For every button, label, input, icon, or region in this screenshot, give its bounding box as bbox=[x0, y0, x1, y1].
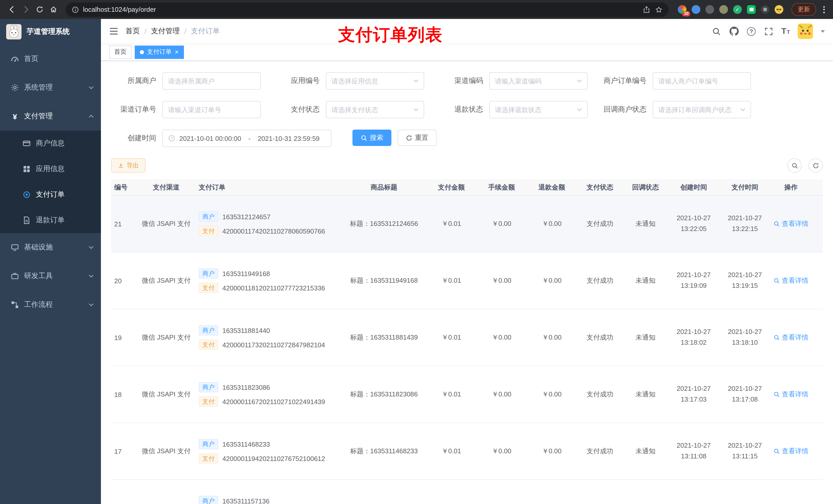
sidebar-item-home[interactable]: 首页 bbox=[0, 45, 101, 73]
reset-button[interactable]: 重置 bbox=[398, 129, 436, 146]
cell-fee: ￥0.00 bbox=[476, 333, 527, 342]
view-detail-link[interactable]: 查看详情 bbox=[774, 219, 808, 229]
tab-pay-order[interactable]: 支付订单 × bbox=[135, 45, 184, 58]
filter-label: 退款状态 bbox=[438, 105, 489, 114]
forward-button[interactable] bbox=[19, 3, 33, 16]
site-info-icon[interactable] bbox=[72, 6, 79, 13]
app-input[interactable] bbox=[331, 77, 410, 85]
view-detail-link[interactable]: 查看详情 bbox=[774, 447, 808, 456]
breadcrumb-home[interactable]: 首页 bbox=[125, 27, 140, 36]
refresh-button[interactable] bbox=[808, 158, 823, 173]
extension-icon[interactable] bbox=[706, 5, 714, 14]
sidebar-item-merchant-info[interactable]: 商户信息 bbox=[0, 130, 101, 156]
sidebar-item-app-info[interactable]: 应用信息 bbox=[0, 156, 101, 182]
extension-badge: 10 bbox=[682, 11, 690, 16]
chevron-up-icon bbox=[89, 115, 94, 118]
sidebar-item-pay-order[interactable]: 支付订单 bbox=[0, 182, 101, 208]
merchant-tag: 商户 bbox=[199, 268, 218, 279]
merchant-select[interactable] bbox=[162, 72, 261, 90]
filter-merchant: 所属商户 bbox=[111, 72, 261, 90]
pay-status-select[interactable] bbox=[326, 101, 424, 118]
sidebar-item-dev-tools[interactable]: 研发工具 bbox=[0, 262, 101, 290]
font-size-icon[interactable] bbox=[781, 27, 790, 36]
merchant-order-no-field[interactable] bbox=[653, 72, 751, 90]
github-icon[interactable] bbox=[729, 26, 739, 37]
channel-code-select[interactable] bbox=[489, 72, 588, 90]
date-range-picker[interactable]: 2021-10-01 00:00:00 - 2021-10-31 23:59:5… bbox=[162, 129, 331, 147]
app-select[interactable] bbox=[326, 72, 424, 90]
view-detail-link[interactable]: 查看详情 bbox=[774, 390, 808, 399]
pay-status-input[interactable] bbox=[331, 106, 410, 114]
breadcrumb: 首页 / 支付管理 / 支付订单 bbox=[125, 27, 220, 36]
merchant-order-no-input[interactable] bbox=[658, 77, 745, 85]
top-navbar: 首页 / 支付管理 / 支付订单 支付订单列表 bbox=[101, 19, 833, 44]
bookmark-star-icon[interactable] bbox=[655, 6, 662, 13]
channel-order-no-input[interactable] bbox=[168, 106, 255, 114]
extension-icon[interactable]: 10 bbox=[678, 5, 687, 14]
sidebar-item-workflow[interactable]: 工作流程 bbox=[0, 290, 101, 319]
chevron-down-icon bbox=[89, 86, 94, 89]
pay-tag: 支付 bbox=[199, 397, 218, 407]
cell-refund: ￥0.00 bbox=[527, 276, 577, 285]
extension-icon[interactable] bbox=[733, 5, 742, 14]
cell-notify-status: 未通知 bbox=[623, 333, 668, 342]
chevron-down-icon bbox=[413, 79, 419, 82]
sidebar-item-label: 工作流程 bbox=[24, 300, 84, 309]
view-detail-link[interactable]: 查看详情 bbox=[774, 333, 808, 342]
channel-order-no-field[interactable] bbox=[162, 101, 261, 118]
sidebar-toggle-icon[interactable] bbox=[109, 27, 118, 35]
sidebar-item-system[interactable]: 系统管理 bbox=[0, 73, 101, 102]
share-icon[interactable] bbox=[643, 6, 650, 13]
user-avatar[interactable] bbox=[798, 24, 813, 39]
cell-pay-time: 2021-10-2713:22:15 bbox=[719, 213, 770, 234]
help-icon[interactable] bbox=[747, 27, 756, 35]
sidebar-item-payment[interactable]: ¥ 支付管理 bbox=[0, 102, 101, 130]
refund-status-select[interactable] bbox=[489, 101, 588, 118]
extension-icon[interactable] bbox=[747, 5, 756, 14]
page-content: 所属商户 应用编号 渠道编码 bbox=[101, 61, 833, 504]
cell-notify-status: 未通知 bbox=[623, 276, 668, 285]
filter-notify-status: 回调商户状态 bbox=[601, 101, 751, 118]
close-tab-icon[interactable]: × bbox=[175, 49, 178, 55]
refund-status-input[interactable] bbox=[495, 106, 574, 114]
profile-avatar[interactable] bbox=[775, 5, 783, 14]
browser-menu-icon[interactable] bbox=[820, 6, 828, 13]
chrome-update-button[interactable]: 更新 bbox=[791, 3, 816, 16]
back-button[interactable] bbox=[5, 3, 19, 16]
extension-icon[interactable] bbox=[692, 5, 700, 14]
channel-transaction-no: 4200001174202110278060590766 bbox=[222, 227, 325, 235]
search-icon[interactable] bbox=[711, 26, 721, 37]
filter-label: 支付状态 bbox=[275, 105, 326, 114]
user-menu-caret-icon[interactable] bbox=[821, 30, 825, 32]
extension-icon[interactable] bbox=[761, 5, 769, 14]
home-button[interactable] bbox=[47, 3, 61, 16]
cell-notify-status: 未通知 bbox=[623, 447, 668, 456]
filter-refund-status: 退款状态 bbox=[438, 101, 588, 118]
extension-icon[interactable] bbox=[719, 5, 728, 14]
payment-submenu: 商户信息 应用信息 支付订单 bbox=[0, 130, 101, 233]
reload-button[interactable] bbox=[33, 3, 47, 16]
fullscreen-icon[interactable] bbox=[763, 26, 774, 37]
sidebar-item-label: 基础设施 bbox=[24, 243, 84, 252]
cell-action: 查看详情 bbox=[770, 276, 811, 285]
address-bar[interactable]: localhost:1024/pay/order bbox=[66, 2, 669, 17]
export-button[interactable]: 导出 bbox=[111, 158, 145, 173]
sidebar-item-refund-order[interactable]: 退款订单 bbox=[0, 208, 101, 233]
sidebar-item-infrastructure[interactable]: 基础设施 bbox=[0, 233, 101, 262]
dashboard-icon bbox=[11, 55, 19, 63]
hide-search-button[interactable] bbox=[787, 158, 802, 173]
channel-transaction-no: 4200001173202110272847982104 bbox=[222, 341, 325, 349]
cell-amount: ￥0.01 bbox=[426, 390, 476, 399]
search-button[interactable]: 搜索 bbox=[353, 129, 391, 146]
notify-status-input[interactable] bbox=[658, 106, 737, 114]
breadcrumb-section[interactable]: 支付管理 bbox=[151, 27, 180, 36]
tab-home[interactable]: 首页 bbox=[109, 45, 132, 58]
view-detail-link[interactable]: 查看详情 bbox=[774, 276, 808, 285]
notify-status-select[interactable] bbox=[653, 101, 751, 118]
cell-action: 查看详情 bbox=[770, 447, 811, 456]
channel-code-input[interactable] bbox=[495, 77, 574, 85]
cell-action: 查看详情 bbox=[770, 219, 811, 229]
cell-create-time: 2021-10-2713:18:02 bbox=[668, 327, 719, 348]
cell-notify-status: 未通知 bbox=[623, 390, 668, 399]
merchant-input[interactable] bbox=[168, 77, 255, 85]
